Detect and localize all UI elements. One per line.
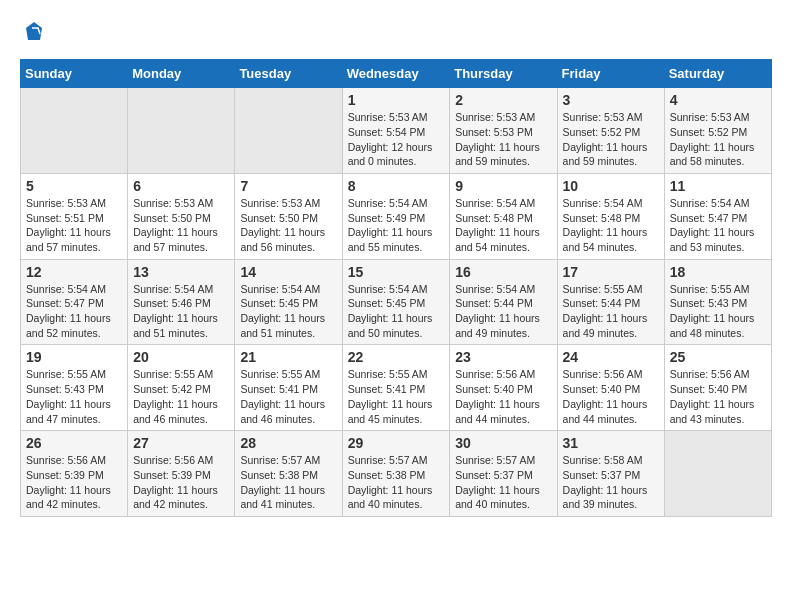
calendar-cell: 25Sunrise: 5:56 AM Sunset: 5:40 PM Dayli… — [664, 345, 771, 431]
calendar-cell: 11Sunrise: 5:54 AM Sunset: 5:47 PM Dayli… — [664, 173, 771, 259]
calendar-cell: 21Sunrise: 5:55 AM Sunset: 5:41 PM Dayli… — [235, 345, 342, 431]
day-number: 24 — [563, 349, 659, 365]
day-info: Sunrise: 5:54 AM Sunset: 5:49 PM Dayligh… — [348, 196, 445, 255]
day-number: 10 — [563, 178, 659, 194]
calendar-cell: 27Sunrise: 5:56 AM Sunset: 5:39 PM Dayli… — [128, 431, 235, 517]
calendar-cell: 7Sunrise: 5:53 AM Sunset: 5:50 PM Daylig… — [235, 173, 342, 259]
day-info: Sunrise: 5:56 AM Sunset: 5:39 PM Dayligh… — [26, 453, 122, 512]
day-info: Sunrise: 5:53 AM Sunset: 5:54 PM Dayligh… — [348, 110, 445, 169]
calendar-cell — [664, 431, 771, 517]
day-info: Sunrise: 5:56 AM Sunset: 5:39 PM Dayligh… — [133, 453, 229, 512]
calendar-week-row: 12Sunrise: 5:54 AM Sunset: 5:47 PM Dayli… — [21, 259, 772, 345]
day-info: Sunrise: 5:57 AM Sunset: 5:38 PM Dayligh… — [240, 453, 336, 512]
day-header-tuesday: Tuesday — [235, 60, 342, 88]
day-info: Sunrise: 5:57 AM Sunset: 5:37 PM Dayligh… — [455, 453, 551, 512]
day-header-saturday: Saturday — [664, 60, 771, 88]
calendar-cell: 4Sunrise: 5:53 AM Sunset: 5:52 PM Daylig… — [664, 88, 771, 174]
day-number: 8 — [348, 178, 445, 194]
day-info: Sunrise: 5:53 AM Sunset: 5:50 PM Dayligh… — [240, 196, 336, 255]
calendar-cell — [128, 88, 235, 174]
calendar-cell: 24Sunrise: 5:56 AM Sunset: 5:40 PM Dayli… — [557, 345, 664, 431]
day-number: 12 — [26, 264, 122, 280]
day-info: Sunrise: 5:54 AM Sunset: 5:46 PM Dayligh… — [133, 282, 229, 341]
day-number: 14 — [240, 264, 336, 280]
day-info: Sunrise: 5:56 AM Sunset: 5:40 PM Dayligh… — [455, 367, 551, 426]
calendar-header-row: SundayMondayTuesdayWednesdayThursdayFrid… — [21, 60, 772, 88]
day-header-friday: Friday — [557, 60, 664, 88]
day-info: Sunrise: 5:57 AM Sunset: 5:38 PM Dayligh… — [348, 453, 445, 512]
day-number: 17 — [563, 264, 659, 280]
day-header-wednesday: Wednesday — [342, 60, 450, 88]
calendar-cell: 31Sunrise: 5:58 AM Sunset: 5:37 PM Dayli… — [557, 431, 664, 517]
day-info: Sunrise: 5:56 AM Sunset: 5:40 PM Dayligh… — [563, 367, 659, 426]
day-number: 28 — [240, 435, 336, 451]
calendar-week-row: 5Sunrise: 5:53 AM Sunset: 5:51 PM Daylig… — [21, 173, 772, 259]
day-number: 11 — [670, 178, 766, 194]
calendar-cell: 29Sunrise: 5:57 AM Sunset: 5:38 PM Dayli… — [342, 431, 450, 517]
day-number: 9 — [455, 178, 551, 194]
day-info: Sunrise: 5:54 AM Sunset: 5:48 PM Dayligh… — [455, 196, 551, 255]
day-number: 13 — [133, 264, 229, 280]
day-info: Sunrise: 5:53 AM Sunset: 5:52 PM Dayligh… — [563, 110, 659, 169]
day-info: Sunrise: 5:55 AM Sunset: 5:41 PM Dayligh… — [240, 367, 336, 426]
calendar-cell: 3Sunrise: 5:53 AM Sunset: 5:52 PM Daylig… — [557, 88, 664, 174]
day-info: Sunrise: 5:55 AM Sunset: 5:43 PM Dayligh… — [26, 367, 122, 426]
calendar-cell — [235, 88, 342, 174]
calendar-cell — [21, 88, 128, 174]
calendar-cell: 2Sunrise: 5:53 AM Sunset: 5:53 PM Daylig… — [450, 88, 557, 174]
day-info: Sunrise: 5:54 AM Sunset: 5:47 PM Dayligh… — [670, 196, 766, 255]
day-number: 25 — [670, 349, 766, 365]
day-info: Sunrise: 5:55 AM Sunset: 5:41 PM Dayligh… — [348, 367, 445, 426]
day-number: 3 — [563, 92, 659, 108]
day-number: 31 — [563, 435, 659, 451]
day-number: 27 — [133, 435, 229, 451]
day-info: Sunrise: 5:53 AM Sunset: 5:52 PM Dayligh… — [670, 110, 766, 169]
day-info: Sunrise: 5:53 AM Sunset: 5:51 PM Dayligh… — [26, 196, 122, 255]
calendar-cell: 8Sunrise: 5:54 AM Sunset: 5:49 PM Daylig… — [342, 173, 450, 259]
calendar-cell: 10Sunrise: 5:54 AM Sunset: 5:48 PM Dayli… — [557, 173, 664, 259]
day-number: 23 — [455, 349, 551, 365]
day-number: 20 — [133, 349, 229, 365]
day-info: Sunrise: 5:54 AM Sunset: 5:48 PM Dayligh… — [563, 196, 659, 255]
calendar-cell: 15Sunrise: 5:54 AM Sunset: 5:45 PM Dayli… — [342, 259, 450, 345]
day-number: 16 — [455, 264, 551, 280]
calendar-cell: 22Sunrise: 5:55 AM Sunset: 5:41 PM Dayli… — [342, 345, 450, 431]
day-header-thursday: Thursday — [450, 60, 557, 88]
calendar-week-row: 1Sunrise: 5:53 AM Sunset: 5:54 PM Daylig… — [21, 88, 772, 174]
calendar-cell: 14Sunrise: 5:54 AM Sunset: 5:45 PM Dayli… — [235, 259, 342, 345]
day-header-sunday: Sunday — [21, 60, 128, 88]
calendar-cell: 12Sunrise: 5:54 AM Sunset: 5:47 PM Dayli… — [21, 259, 128, 345]
day-header-monday: Monday — [128, 60, 235, 88]
day-number: 22 — [348, 349, 445, 365]
day-info: Sunrise: 5:58 AM Sunset: 5:37 PM Dayligh… — [563, 453, 659, 512]
day-number: 18 — [670, 264, 766, 280]
calendar-cell: 20Sunrise: 5:55 AM Sunset: 5:42 PM Dayli… — [128, 345, 235, 431]
calendar-cell: 13Sunrise: 5:54 AM Sunset: 5:46 PM Dayli… — [128, 259, 235, 345]
day-info: Sunrise: 5:54 AM Sunset: 5:47 PM Dayligh… — [26, 282, 122, 341]
day-number: 29 — [348, 435, 445, 451]
calendar-cell: 30Sunrise: 5:57 AM Sunset: 5:37 PM Dayli… — [450, 431, 557, 517]
day-info: Sunrise: 5:53 AM Sunset: 5:50 PM Dayligh… — [133, 196, 229, 255]
day-info: Sunrise: 5:54 AM Sunset: 5:45 PM Dayligh… — [348, 282, 445, 341]
day-number: 2 — [455, 92, 551, 108]
calendar-cell: 9Sunrise: 5:54 AM Sunset: 5:48 PM Daylig… — [450, 173, 557, 259]
page-header — [20, 20, 772, 49]
day-number: 1 — [348, 92, 445, 108]
calendar-cell: 1Sunrise: 5:53 AM Sunset: 5:54 PM Daylig… — [342, 88, 450, 174]
day-number: 26 — [26, 435, 122, 451]
day-info: Sunrise: 5:54 AM Sunset: 5:45 PM Dayligh… — [240, 282, 336, 341]
day-number: 30 — [455, 435, 551, 451]
day-number: 4 — [670, 92, 766, 108]
day-number: 6 — [133, 178, 229, 194]
calendar-cell: 19Sunrise: 5:55 AM Sunset: 5:43 PM Dayli… — [21, 345, 128, 431]
calendar-cell: 18Sunrise: 5:55 AM Sunset: 5:43 PM Dayli… — [664, 259, 771, 345]
calendar-cell: 17Sunrise: 5:55 AM Sunset: 5:44 PM Dayli… — [557, 259, 664, 345]
day-info: Sunrise: 5:56 AM Sunset: 5:40 PM Dayligh… — [670, 367, 766, 426]
day-info: Sunrise: 5:55 AM Sunset: 5:42 PM Dayligh… — [133, 367, 229, 426]
day-number: 5 — [26, 178, 122, 194]
day-info: Sunrise: 5:55 AM Sunset: 5:43 PM Dayligh… — [670, 282, 766, 341]
calendar-cell: 5Sunrise: 5:53 AM Sunset: 5:51 PM Daylig… — [21, 173, 128, 259]
day-info: Sunrise: 5:54 AM Sunset: 5:44 PM Dayligh… — [455, 282, 551, 341]
day-number: 7 — [240, 178, 336, 194]
logo — [20, 20, 46, 49]
